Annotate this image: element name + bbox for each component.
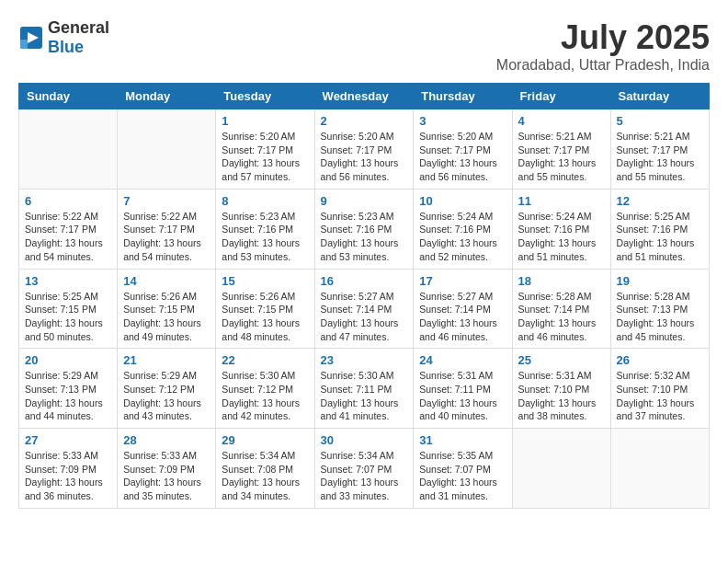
day-info: Sunrise: 5:25 AMSunset: 7:16 PMDaylight:… (617, 210, 703, 264)
cell-w4-d4: 23Sunrise: 5:30 AMSunset: 7:11 PMDayligh… (314, 349, 414, 429)
day-number: 4 (518, 114, 605, 128)
cell-w4-d3: 22Sunrise: 5:30 AMSunset: 7:12 PMDayligh… (216, 349, 314, 429)
cell-w1-d4: 2Sunrise: 5:20 AMSunset: 7:17 PMDaylight… (314, 109, 414, 190)
day-info: Sunrise: 5:22 AMSunset: 7:17 PMDaylight:… (25, 210, 111, 264)
week-row-5: 27Sunrise: 5:33 AMSunset: 7:09 PMDayligh… (19, 429, 710, 509)
day-number: 21 (123, 353, 210, 367)
cell-w5-d6 (512, 429, 610, 509)
calendar-table: Sunday Monday Tuesday Wednesday Thursday… (18, 83, 710, 509)
logo-general: General (48, 18, 109, 37)
cell-w2-d7: 12Sunrise: 5:25 AMSunset: 7:16 PMDayligh… (610, 189, 709, 269)
cell-w3-d6: 18Sunrise: 5:28 AMSunset: 7:14 PMDayligh… (512, 269, 610, 349)
day-info: Sunrise: 5:30 AMSunset: 7:11 PMDaylight:… (321, 369, 408, 423)
day-number: 26 (617, 353, 703, 367)
cell-w2-d1: 6Sunrise: 5:22 AMSunset: 7:17 PMDaylight… (19, 189, 118, 269)
cell-w2-d5: 10Sunrise: 5:24 AMSunset: 7:16 PMDayligh… (414, 189, 512, 269)
day-number: 18 (518, 274, 605, 288)
day-info: Sunrise: 5:20 AMSunset: 7:17 PMDaylight:… (419, 130, 506, 184)
col-thursday: Thursday (414, 84, 512, 109)
calendar-header: Sunday Monday Tuesday Wednesday Thursday… (19, 84, 710, 109)
cell-w4-d1: 20Sunrise: 5:29 AMSunset: 7:13 PMDayligh… (19, 349, 118, 429)
day-info: Sunrise: 5:25 AMSunset: 7:15 PMDaylight:… (25, 290, 111, 344)
day-info: Sunrise: 5:31 AMSunset: 7:11 PMDaylight:… (419, 369, 506, 423)
col-wednesday: Wednesday (314, 84, 414, 109)
col-tuesday: Tuesday (216, 84, 314, 109)
day-number: 29 (222, 433, 308, 447)
page-header: General Blue July 2025 Moradabad, Uttar … (18, 18, 710, 74)
main-title: July 2025 (496, 18, 710, 57)
cell-w3-d4: 16Sunrise: 5:27 AMSunset: 7:14 PMDayligh… (314, 269, 414, 349)
cell-w1-d2 (118, 109, 216, 190)
day-info: Sunrise: 5:26 AMSunset: 7:15 PMDaylight:… (123, 290, 210, 344)
day-number: 23 (321, 353, 408, 367)
day-info: Sunrise: 5:27 AMSunset: 7:14 PMDaylight:… (419, 290, 506, 344)
col-saturday: Saturday (610, 84, 709, 109)
cell-w3-d7: 19Sunrise: 5:28 AMSunset: 7:13 PMDayligh… (610, 269, 709, 349)
day-info: Sunrise: 5:22 AMSunset: 7:17 PMDaylight:… (123, 210, 210, 264)
day-info: Sunrise: 5:21 AMSunset: 7:17 PMDaylight:… (617, 130, 703, 184)
day-info: Sunrise: 5:29 AMSunset: 7:12 PMDaylight:… (123, 369, 210, 423)
day-info: Sunrise: 5:33 AMSunset: 7:09 PMDaylight:… (25, 449, 111, 503)
logo-icon (18, 25, 44, 51)
day-number: 25 (518, 353, 605, 367)
day-number: 17 (419, 274, 506, 288)
day-number: 5 (617, 114, 703, 128)
cell-w5-d2: 28Sunrise: 5:33 AMSunset: 7:09 PMDayligh… (118, 429, 216, 509)
logo: General Blue (18, 18, 109, 57)
day-info: Sunrise: 5:30 AMSunset: 7:12 PMDaylight:… (222, 369, 308, 423)
week-row-3: 13Sunrise: 5:25 AMSunset: 7:15 PMDayligh… (19, 269, 710, 349)
week-row-1: 1Sunrise: 5:20 AMSunset: 7:17 PMDaylight… (19, 109, 710, 190)
day-info: Sunrise: 5:27 AMSunset: 7:14 PMDaylight:… (321, 290, 408, 344)
col-friday: Friday (512, 84, 610, 109)
cell-w5-d4: 30Sunrise: 5:34 AMSunset: 7:07 PMDayligh… (314, 429, 414, 509)
cell-w3-d5: 17Sunrise: 5:27 AMSunset: 7:14 PMDayligh… (414, 269, 512, 349)
cell-w3-d1: 13Sunrise: 5:25 AMSunset: 7:15 PMDayligh… (19, 269, 118, 349)
cell-w3-d2: 14Sunrise: 5:26 AMSunset: 7:15 PMDayligh… (118, 269, 216, 349)
cell-w1-d5: 3Sunrise: 5:20 AMSunset: 7:17 PMDaylight… (414, 109, 512, 190)
cell-w5-d5: 31Sunrise: 5:35 AMSunset: 7:07 PMDayligh… (414, 429, 512, 509)
cell-w4-d2: 21Sunrise: 5:29 AMSunset: 7:12 PMDayligh… (118, 349, 216, 429)
cell-w1-d3: 1Sunrise: 5:20 AMSunset: 7:17 PMDaylight… (216, 109, 314, 190)
day-number: 1 (222, 114, 308, 128)
day-number: 20 (25, 353, 111, 367)
day-info: Sunrise: 5:28 AMSunset: 7:13 PMDaylight:… (617, 290, 703, 344)
day-number: 31 (419, 433, 506, 447)
day-number: 30 (321, 433, 408, 447)
day-number: 13 (25, 274, 111, 288)
calendar-body: 1Sunrise: 5:20 AMSunset: 7:17 PMDaylight… (19, 109, 710, 509)
day-info: Sunrise: 5:29 AMSunset: 7:13 PMDaylight:… (25, 369, 111, 423)
header-row: Sunday Monday Tuesday Wednesday Thursday… (19, 84, 710, 109)
cell-w5-d3: 29Sunrise: 5:34 AMSunset: 7:08 PMDayligh… (216, 429, 314, 509)
day-info: Sunrise: 5:34 AMSunset: 7:07 PMDaylight:… (321, 449, 408, 503)
day-number: 6 (25, 194, 111, 208)
day-number: 15 (222, 274, 308, 288)
title-block: July 2025 Moradabad, Uttar Pradesh, Indi… (496, 18, 710, 74)
cell-w2-d6: 11Sunrise: 5:24 AMSunset: 7:16 PMDayligh… (512, 189, 610, 269)
cell-w1-d1 (19, 109, 118, 190)
day-number: 12 (617, 194, 703, 208)
day-number: 28 (123, 433, 210, 447)
day-info: Sunrise: 5:24 AMSunset: 7:16 PMDaylight:… (518, 210, 605, 264)
subtitle: Moradabad, Uttar Pradesh, India (496, 57, 710, 74)
day-info: Sunrise: 5:32 AMSunset: 7:10 PMDaylight:… (617, 369, 703, 423)
logo-text: General Blue (48, 18, 109, 57)
day-number: 16 (321, 274, 408, 288)
cell-w1-d6: 4Sunrise: 5:21 AMSunset: 7:17 PMDaylight… (512, 109, 610, 190)
svg-rect-2 (20, 40, 28, 49)
logo-blue: Blue (48, 38, 84, 56)
day-info: Sunrise: 5:23 AMSunset: 7:16 PMDaylight:… (321, 210, 408, 264)
day-info: Sunrise: 5:34 AMSunset: 7:08 PMDaylight:… (222, 449, 308, 503)
day-number: 10 (419, 194, 506, 208)
day-number: 3 (419, 114, 506, 128)
day-info: Sunrise: 5:21 AMSunset: 7:17 PMDaylight:… (518, 130, 605, 184)
day-info: Sunrise: 5:33 AMSunset: 7:09 PMDaylight:… (123, 449, 210, 503)
col-monday: Monday (118, 84, 216, 109)
day-number: 2 (321, 114, 408, 128)
day-number: 27 (25, 433, 111, 447)
cell-w2-d3: 8Sunrise: 5:23 AMSunset: 7:16 PMDaylight… (216, 189, 314, 269)
day-number: 14 (123, 274, 210, 288)
day-info: Sunrise: 5:23 AMSunset: 7:16 PMDaylight:… (222, 210, 308, 264)
day-info: Sunrise: 5:20 AMSunset: 7:17 PMDaylight:… (321, 130, 408, 184)
cell-w2-d2: 7Sunrise: 5:22 AMSunset: 7:17 PMDaylight… (118, 189, 216, 269)
col-sunday: Sunday (19, 84, 118, 109)
